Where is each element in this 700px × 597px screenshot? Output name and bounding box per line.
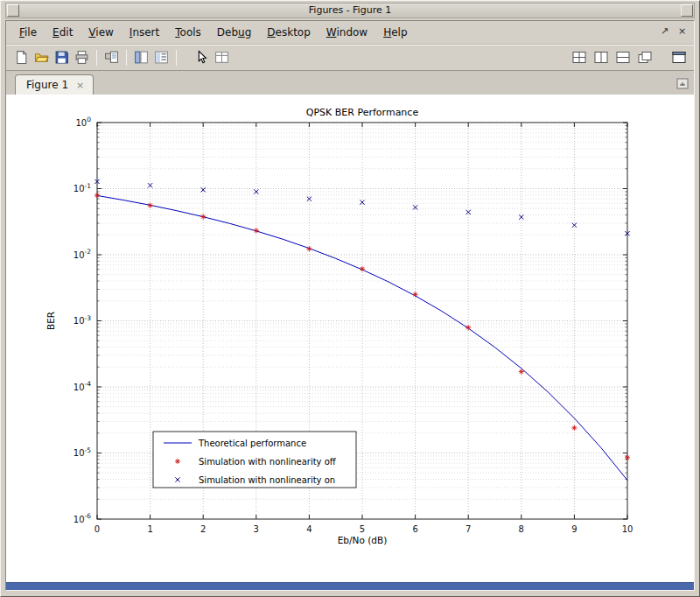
dock-figure-icon[interactable] xyxy=(676,76,689,93)
figure-palette-icon[interactable] xyxy=(131,47,151,67)
menu-tools[interactable]: Tools xyxy=(167,24,209,41)
tile-left-right-icon[interactable] xyxy=(591,47,611,67)
menubar: FileEditViewInsertToolsDebugDesktopWindo… xyxy=(6,21,694,45)
menu-file[interactable]: File xyxy=(11,24,45,41)
float-windows-icon[interactable] xyxy=(634,47,654,67)
svg-text:9: 9 xyxy=(571,524,577,534)
svg-text:10-3: 10-3 xyxy=(74,314,91,327)
svg-text:0: 0 xyxy=(94,524,100,534)
plot-browser-icon[interactable] xyxy=(151,47,172,67)
toolbar xyxy=(6,45,694,71)
svg-text:3: 3 xyxy=(254,524,259,534)
titlebar[interactable]: Figures - Figure 1 xyxy=(5,3,695,18)
svg-text:QPSK BER Performance: QPSK BER Performance xyxy=(306,107,419,118)
svg-text:10-1: 10-1 xyxy=(74,182,91,194)
tabbar: Figure 1 × xyxy=(6,71,694,95)
window-maximize-button[interactable] xyxy=(681,4,693,17)
svg-text:10-5: 10-5 xyxy=(74,446,91,459)
menu-help[interactable]: Help xyxy=(375,24,415,41)
menubar-controls: ↗ × xyxy=(657,24,690,39)
svg-text:10: 10 xyxy=(622,524,634,534)
svg-text:7: 7 xyxy=(466,524,471,534)
menu-desktop[interactable]: Desktop xyxy=(259,24,318,41)
menu-debug[interactable]: Debug xyxy=(209,24,259,41)
menu-view[interactable]: View xyxy=(80,24,121,41)
edit-plot-icon[interactable] xyxy=(192,47,212,67)
print-icon[interactable] xyxy=(72,47,92,67)
svg-text:6: 6 xyxy=(412,524,417,534)
svg-text:Simulation with nonlinearity o: Simulation with nonlinearity off xyxy=(199,457,337,467)
window-title: Figures - Figure 1 xyxy=(6,4,694,16)
svg-text:5: 5 xyxy=(360,524,365,534)
app-frame: FileEditViewInsertToolsDebugDesktopWindo… xyxy=(5,20,695,591)
close-icon[interactable]: × xyxy=(675,24,690,39)
tab-label: Figure 1 xyxy=(26,79,68,91)
window-layout-buttons xyxy=(569,47,689,67)
svg-text:4: 4 xyxy=(306,524,312,534)
svg-text:10-4: 10-4 xyxy=(74,380,91,392)
tab-close-icon[interactable]: × xyxy=(76,81,84,90)
toolbar-separator xyxy=(126,50,127,66)
tile-windows-icon[interactable] xyxy=(569,47,589,67)
svg-text:Simulation with nonlinearity o: Simulation with nonlinearity on xyxy=(199,475,335,485)
menu-items: FileEditViewInsertToolsDebugDesktopWindo… xyxy=(11,24,416,41)
maximize-window-icon[interactable] xyxy=(668,47,689,67)
figure-window: Figures - Figure 1 FileEditViewInsertToo… xyxy=(0,0,700,597)
svg-text:1: 1 xyxy=(147,524,152,534)
svg-text:2: 2 xyxy=(200,524,206,534)
svg-text:8: 8 xyxy=(519,524,524,534)
svg-text:Theoretical performance: Theoretical performance xyxy=(198,439,306,448)
statusbar xyxy=(6,582,694,590)
figure-canvas[interactable]: 01234567891010010-110-210-310-410-510-6Q… xyxy=(6,95,694,582)
menu-window[interactable]: Window xyxy=(318,24,375,41)
svg-text:10-6: 10-6 xyxy=(74,512,91,524)
svg-text:100: 100 xyxy=(75,116,91,128)
menu-edit[interactable]: Edit xyxy=(45,24,80,41)
menu-insert[interactable]: Insert xyxy=(122,24,167,41)
tile-top-bottom-icon[interactable] xyxy=(612,47,633,67)
save-icon[interactable] xyxy=(52,47,72,67)
tab-figure-1[interactable]: Figure 1 × xyxy=(15,74,94,95)
ber-chart: 01234567891010010-110-210-310-410-510-6Q… xyxy=(6,95,694,582)
open-file-icon[interactable] xyxy=(32,47,52,67)
new-figure-icon[interactable] xyxy=(11,47,32,67)
screen: Figures - Figure 1 FileEditViewInsertToo… xyxy=(0,0,700,597)
property-editor-icon[interactable] xyxy=(212,47,232,67)
undock-icon[interactable]: ↗ xyxy=(657,24,672,39)
svg-text:Eb/No (dB): Eb/No (dB) xyxy=(338,535,388,545)
print-preview-icon[interactable] xyxy=(102,47,122,67)
svg-text:10-2: 10-2 xyxy=(74,248,91,260)
toolbar-separator xyxy=(96,50,97,66)
toolbar-separator xyxy=(176,50,177,66)
svg-text:BER: BER xyxy=(46,312,56,330)
